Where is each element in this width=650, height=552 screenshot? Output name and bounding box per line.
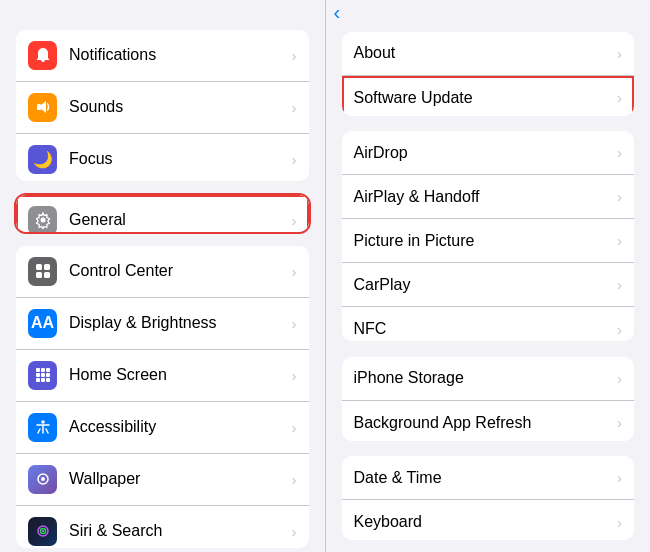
right-item-nfc[interactable]: NFC› xyxy=(342,307,635,341)
right-section-2: iPhone Storage›Background App Refresh› xyxy=(342,357,635,441)
back-button[interactable]: ‹ xyxy=(334,2,343,22)
svg-rect-14 xyxy=(41,378,45,382)
svg-rect-15 xyxy=(46,378,50,382)
notifications-label: Notifications xyxy=(69,46,288,64)
left-item-home-screen[interactable]: Home Screen› xyxy=(16,350,309,402)
sounds-label: Sounds xyxy=(69,98,288,116)
right-item-airdrop[interactable]: AirDrop› xyxy=(342,131,635,175)
left-item-focus[interactable]: 🌙Focus› xyxy=(16,134,309,181)
notifications-chevron: › xyxy=(292,47,297,64)
svg-point-18 xyxy=(41,477,45,481)
accessibility-chevron: › xyxy=(292,419,297,436)
background-app-refresh-chevron: › xyxy=(617,414,622,431)
wallpaper-label: Wallpaper xyxy=(69,470,288,488)
svg-point-2 xyxy=(40,218,45,223)
keyboard-label: Keyboard xyxy=(354,513,614,531)
left-item-general[interactable]: General› xyxy=(16,195,309,232)
siri-icon xyxy=(28,517,57,546)
date-time-label: Date & Time xyxy=(354,469,614,487)
right-section-1: AirDrop›AirPlay & Handoff›Picture in Pic… xyxy=(342,131,635,341)
left-item-wallpaper[interactable]: Wallpaper› xyxy=(16,454,309,506)
svg-point-16 xyxy=(41,420,45,424)
nfc-label: NFC xyxy=(354,320,614,338)
svg-rect-11 xyxy=(41,373,45,377)
about-label: About xyxy=(354,44,614,62)
right-item-iphone-storage[interactable]: iPhone Storage› xyxy=(342,357,635,401)
svg-rect-13 xyxy=(36,378,40,382)
left-item-sounds[interactable]: Sounds› xyxy=(16,82,309,134)
about-chevron: › xyxy=(617,45,622,62)
svg-rect-12 xyxy=(46,373,50,377)
left-item-display[interactable]: AADisplay & Brightness› xyxy=(16,298,309,350)
background-app-refresh-label: Background App Refresh xyxy=(354,414,614,432)
airdrop-chevron: › xyxy=(617,144,622,161)
display-icon: AA xyxy=(28,309,57,338)
keyboard-chevron: › xyxy=(617,514,622,531)
wallpaper-icon xyxy=(28,465,57,494)
right-item-carplay[interactable]: CarPlay› xyxy=(342,263,635,307)
svg-point-21 xyxy=(42,530,44,532)
svg-rect-9 xyxy=(46,368,50,372)
left-item-accessibility[interactable]: Accessibility› xyxy=(16,402,309,454)
left-section-1: General› xyxy=(16,195,309,232)
control-center-chevron: › xyxy=(292,263,297,280)
airplay-chevron: › xyxy=(617,188,622,205)
carplay-label: CarPlay xyxy=(354,276,614,294)
back-chevron-icon: ‹ xyxy=(334,2,341,22)
left-section-0: Notifications›Sounds›🌙Focus›Screen Time› xyxy=(16,30,309,181)
sounds-chevron: › xyxy=(292,99,297,116)
left-item-notifications[interactable]: Notifications› xyxy=(16,30,309,82)
airplay-label: AirPlay & Handoff xyxy=(354,188,614,206)
picture-in-picture-label: Picture in Picture xyxy=(354,232,614,250)
display-label: Display & Brightness xyxy=(69,314,288,332)
wallpaper-chevron: › xyxy=(292,471,297,488)
svg-rect-0 xyxy=(37,104,41,110)
right-header: ‹ xyxy=(326,0,651,20)
accessibility-label: Accessibility xyxy=(69,418,288,436)
right-pane: ‹ About›Software Update›AirDrop›AirPlay … xyxy=(326,0,651,552)
svg-rect-7 xyxy=(36,368,40,372)
general-chevron: › xyxy=(292,212,297,229)
left-pane: Notifications›Sounds›🌙Focus›Screen Time›… xyxy=(0,0,325,552)
software-update-chevron: › xyxy=(617,89,622,106)
software-update-label: Software Update xyxy=(354,89,614,107)
svg-rect-8 xyxy=(41,368,45,372)
siri-chevron: › xyxy=(292,523,297,540)
siri-label: Siri & Search xyxy=(69,522,288,540)
right-item-background-app-refresh[interactable]: Background App Refresh› xyxy=(342,401,635,441)
svg-rect-3 xyxy=(36,264,42,270)
iphone-storage-chevron: › xyxy=(617,370,622,387)
svg-rect-5 xyxy=(36,272,42,278)
focus-icon: 🌙 xyxy=(28,145,57,174)
right-section-3: Date & Time›Keyboard› xyxy=(342,456,635,540)
left-section-2: Control Center›AADisplay & Brightness›Ho… xyxy=(16,246,309,548)
left-item-control-center[interactable]: Control Center› xyxy=(16,246,309,298)
right-item-keyboard[interactable]: Keyboard› xyxy=(342,500,635,540)
right-item-airplay[interactable]: AirPlay & Handoff› xyxy=(342,175,635,219)
right-item-software-update[interactable]: Software Update› xyxy=(342,76,635,116)
general-label: General xyxy=(69,211,288,229)
notifications-icon xyxy=(28,41,57,70)
right-item-about[interactable]: About› xyxy=(342,32,635,76)
sounds-icon xyxy=(28,93,57,122)
svg-rect-4 xyxy=(44,264,50,270)
home-screen-label: Home Screen xyxy=(69,366,288,384)
accessibility-icon xyxy=(28,413,57,442)
focus-chevron: › xyxy=(292,151,297,168)
left-header xyxy=(0,0,325,20)
home-screen-chevron: › xyxy=(292,367,297,384)
airdrop-label: AirDrop xyxy=(354,144,614,162)
iphone-storage-label: iPhone Storage xyxy=(354,369,614,387)
right-item-picture-in-picture[interactable]: Picture in Picture› xyxy=(342,219,635,263)
left-item-siri[interactable]: Siri & Search› xyxy=(16,506,309,548)
right-section-0: About›Software Update› xyxy=(342,32,635,116)
right-item-date-time[interactable]: Date & Time› xyxy=(342,456,635,500)
control-center-icon xyxy=(28,257,57,286)
svg-rect-6 xyxy=(44,272,50,278)
home-screen-icon xyxy=(28,361,57,390)
nfc-chevron: › xyxy=(617,321,622,338)
focus-label: Focus xyxy=(69,150,288,168)
date-time-chevron: › xyxy=(617,469,622,486)
display-chevron: › xyxy=(292,315,297,332)
picture-in-picture-chevron: › xyxy=(617,232,622,249)
